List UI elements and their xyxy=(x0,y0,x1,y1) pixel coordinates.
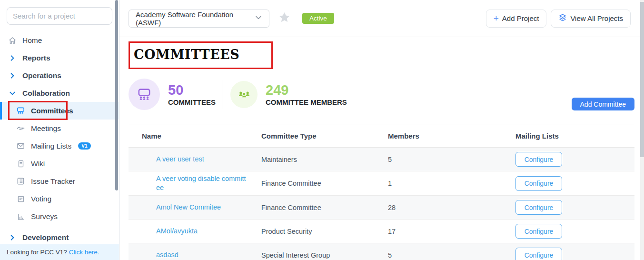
committee-type-cell: Product Security xyxy=(261,228,388,235)
chevron-right-icon xyxy=(8,53,17,62)
v1-badge: V1 xyxy=(78,142,90,150)
members-count-cell: 17 xyxy=(388,228,513,235)
mailing-lists-cell: Configure xyxy=(513,176,634,191)
sidebar-item-voting[interactable]: Voting xyxy=(0,190,119,208)
document-icon xyxy=(16,159,25,168)
view-all-projects-button[interactable]: View All Projects xyxy=(551,10,631,28)
table-row: asdasd Special Interest Group 5 Configur… xyxy=(129,243,634,260)
committee-name-link[interactable]: A veer user test xyxy=(156,152,204,167)
configure-button[interactable]: Configure xyxy=(515,152,562,167)
committee-name-link[interactable]: A veer voting disable committee xyxy=(156,171,249,195)
committee-name-link[interactable]: asdasd xyxy=(156,248,178,260)
sidebar-item-label: Mailing Lists xyxy=(31,142,71,150)
project-selector-dropdown[interactable]: Academy Software Foundation (ASWF) xyxy=(129,10,269,28)
sidebar-item-label: Home xyxy=(22,36,42,45)
stats-row: 50 COMMITTEES 249 xyxy=(129,77,634,111)
sidebar-item-issue-tracker[interactable]: Issue Tracker xyxy=(0,172,119,190)
project-selector-value: Academy Software Foundation (ASWF) xyxy=(136,10,255,27)
main-scrollbar-thumb[interactable] xyxy=(640,2,644,157)
committee-type-cell: Special Interest Group xyxy=(261,251,388,259)
annotation-box-page-title: COMMITTEES xyxy=(129,41,273,69)
name-cell: AMol/avyukta xyxy=(129,224,261,239)
configure-button[interactable]: Configure xyxy=(515,176,562,191)
voting-icon xyxy=(16,194,25,203)
column-header-committee-type: Committee Type xyxy=(261,132,388,140)
name-cell: A veer user test xyxy=(129,152,261,167)
sidebar-item-development[interactable]: Development xyxy=(0,229,119,246)
members-count-cell: 5 xyxy=(388,251,513,259)
add-project-label: Add Project xyxy=(502,14,539,22)
app-window: Home Reports Operations Collaboration xyxy=(0,0,644,260)
plus-icon: + xyxy=(494,14,499,23)
committee-name-link[interactable]: AMol/avyukta xyxy=(156,224,198,239)
pcc-v1-text: Looking for PCC V1? xyxy=(7,249,67,256)
sidebar: Home Reports Operations Collaboration xyxy=(0,0,119,260)
committees-count-label: COMMITTEES xyxy=(168,98,216,106)
add-committee-button[interactable]: Add Committee xyxy=(572,98,634,110)
committees-table: Name Committee Type Members Mailing List… xyxy=(129,124,634,260)
sidebar-nav: Home Reports Operations Collaboration xyxy=(0,31,119,246)
sidebar-item-label: Voting xyxy=(31,195,51,203)
sidebar-item-home[interactable]: Home xyxy=(0,31,119,49)
page-title: COMMITTEES xyxy=(134,47,239,62)
sidebar-item-label: Operations xyxy=(22,71,61,80)
configure-button[interactable]: Configure xyxy=(515,224,562,239)
chevron-down-icon xyxy=(255,14,262,23)
mailing-lists-cell: Configure xyxy=(513,200,634,215)
stat-committees: 50 COMMITTEES xyxy=(129,79,216,110)
sidebar-item-operations[interactable]: Operations xyxy=(0,67,119,84)
column-header-members: Members xyxy=(388,132,513,140)
stat-committee-members: 249 COMMITTEE MEMBERS xyxy=(229,81,347,108)
pcc-v1-link[interactable]: Click here. xyxy=(69,249,99,256)
name-cell: Amol New Commitee xyxy=(129,200,261,215)
committee-type-cell: Finance Committee xyxy=(261,204,388,211)
meetings-icon xyxy=(16,124,25,133)
sidebar-item-label: Reports xyxy=(22,54,50,62)
mailing-lists-cell: Configure xyxy=(513,224,634,239)
committee-members-count-label: COMMITTEE MEMBERS xyxy=(266,98,347,106)
add-project-button[interactable]: + Add Project xyxy=(486,10,547,28)
sidebar-item-committees[interactable]: Committees xyxy=(0,102,119,120)
table-row: A veer voting disable committee Finance … xyxy=(129,171,634,196)
members-count-cell: 28 xyxy=(388,204,513,211)
search-input[interactable] xyxy=(7,7,112,25)
sidebar-item-meetings[interactable]: Meetings xyxy=(0,120,119,137)
view-all-projects-label: View All Projects xyxy=(570,14,623,22)
layers-icon xyxy=(558,13,567,23)
topbar: Academy Software Foundation (ASWF) Activ… xyxy=(119,0,644,37)
chevron-right-icon xyxy=(8,71,17,80)
sidebar-item-label: Meetings xyxy=(31,124,61,133)
committee-type-cell: Finance Committee xyxy=(261,180,388,187)
main-scrollbar-track[interactable] xyxy=(640,0,644,260)
mailing-lists-cell: Configure xyxy=(513,248,634,260)
sidebar-item-collaboration[interactable]: Collaboration xyxy=(0,84,119,102)
sidebar-item-label: Wiki xyxy=(31,160,45,168)
sidebar-footer: Looking for PCC V1? Click here. xyxy=(0,244,119,260)
column-header-name: Name xyxy=(129,132,261,140)
sidebar-item-mailing-lists[interactable]: Mailing Lists V1 xyxy=(0,137,119,155)
configure-button[interactable]: Configure xyxy=(515,248,562,260)
column-header-mailing-lists: Mailing Lists xyxy=(513,132,634,140)
group-icon xyxy=(230,81,258,108)
sidebar-item-label: Committees xyxy=(31,107,73,115)
envelope-icon xyxy=(16,141,25,150)
chevron-down-icon xyxy=(8,89,17,98)
main-area: Academy Software Foundation (ASWF) Activ… xyxy=(119,0,644,260)
sidebar-item-surveys[interactable]: Surveys xyxy=(0,208,119,225)
status-badge: Active xyxy=(302,13,334,24)
name-cell: asdasd xyxy=(129,248,261,260)
table-header-row: Name Committee Type Members Mailing List… xyxy=(129,124,634,148)
star-icon[interactable] xyxy=(278,11,290,25)
committees-icon xyxy=(16,106,25,115)
configure-button[interactable]: Configure xyxy=(515,200,562,215)
sidebar-item-label: Surveys xyxy=(31,212,58,221)
sidebar-item-reports[interactable]: Reports xyxy=(0,49,119,67)
mailing-lists-cell: Configure xyxy=(513,152,634,167)
sidebar-item-wiki[interactable]: Wiki xyxy=(0,155,119,172)
committee-type-cell: Maintainers xyxy=(261,156,388,163)
sidebar-scrollbar-thumb[interactable] xyxy=(115,0,118,190)
members-count-cell: 1 xyxy=(388,180,513,187)
table-row: AMol/avyukta Product Security 17 Configu… xyxy=(129,220,634,243)
committee-name-link[interactable]: Amol New Commitee xyxy=(156,200,221,215)
table-row: Amol New Commitee Finance Committee 28 C… xyxy=(129,196,634,220)
